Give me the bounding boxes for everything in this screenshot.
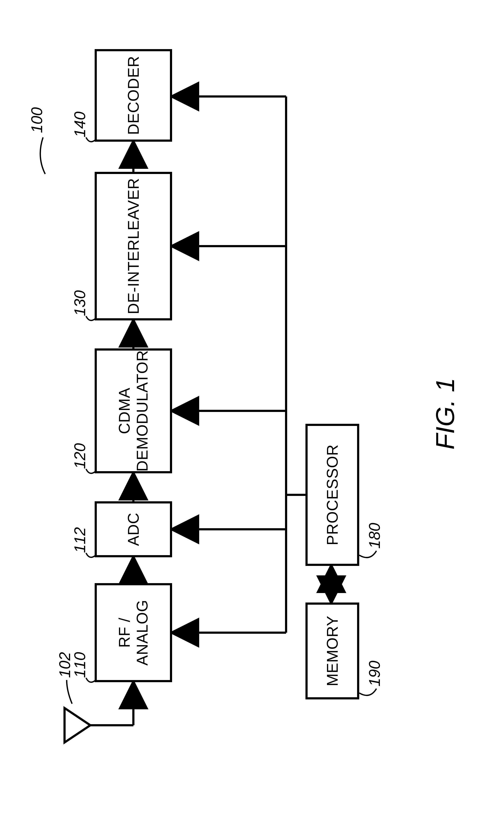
ref-decoder: 140 — [71, 111, 89, 137]
adc-label: ADC — [125, 513, 142, 546]
cdma-demodulator-label: CDMA DEMODULATOR — [116, 350, 151, 472]
cdma-demodulator-block: CDMA DEMODULATOR — [95, 348, 172, 473]
memory-block: MEMORY — [305, 602, 359, 700]
deinterleaver-block: DE-INTERLEAVER — [95, 172, 172, 320]
ref-system: 100 — [28, 107, 46, 133]
ref-processor: 180 — [366, 523, 383, 549]
rf-analog-label: RF / ANALOG — [116, 587, 151, 678]
block-diagram: RF / ANALOG ADC CDMA DEMODULATOR DE-INTE… — [0, 0, 504, 820]
ref-deinterleaver: 130 — [71, 290, 89, 316]
ref-cdma-demod: 120 — [71, 443, 89, 469]
decoder-block: DECODER — [95, 49, 172, 142]
ref-rf-analog: 110 — [71, 652, 89, 678]
figure-label: FIG. 1 — [430, 378, 460, 450]
ref-adc: 112 — [71, 527, 89, 553]
processor-block: PROCESSOR — [305, 424, 359, 566]
adc-block: ADC — [95, 501, 172, 557]
antenna-icon — [65, 682, 133, 743]
ref-memory: 190 — [366, 661, 383, 687]
processor-label: PROCESSOR — [324, 444, 341, 545]
decoder-label: DECODER — [125, 56, 142, 135]
deinterleaver-label: DE-INTERLEAVER — [125, 178, 142, 314]
rf-analog-block: RF / ANALOG — [95, 583, 172, 682]
memory-label: MEMORY — [324, 616, 341, 687]
